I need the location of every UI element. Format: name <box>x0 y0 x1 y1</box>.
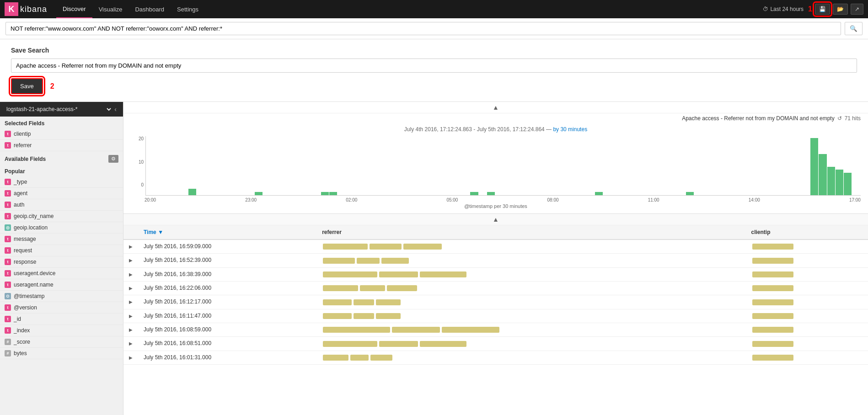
bar-84 <box>844 173 852 195</box>
available-fields-title: Available Fields <box>5 156 46 162</box>
nav-settings[interactable]: Settings <box>171 0 205 18</box>
expand-row-button[interactable]: ▶ <box>129 314 133 319</box>
search-input[interactable] <box>5 22 841 35</box>
field-request[interactable]: t request <box>0 245 123 256</box>
field-bytes[interactable]: # bytes <box>0 348 123 359</box>
expand-row-button[interactable]: ▶ <box>129 327 133 332</box>
clientip-cell: x <box>746 295 868 309</box>
expand-row-button[interactable]: ▶ <box>129 286 133 291</box>
main-layout: logstash-21-apache-access-* ‹ Selected F… <box>0 102 868 415</box>
save-name-input[interactable] <box>11 59 857 73</box>
load-search-button[interactable]: 📂 <box>833 4 848 15</box>
field-geoip-city[interactable]: t geoip.city_name <box>0 211 123 222</box>
referrer-cell: xxx <box>316 281 745 295</box>
y-label-20: 20 <box>139 136 144 141</box>
chart-title-bar: Apache access - Referrer not from my DOM… <box>123 113 868 122</box>
field-useragent-device[interactable]: t useragent.device <box>0 268 123 279</box>
field-auth[interactable]: t auth <box>0 199 123 211</box>
expand-row-button[interactable]: ▶ <box>129 299 133 304</box>
col-referrer[interactable]: referrer <box>316 225 745 239</box>
clientip-cell: x <box>746 337 868 351</box>
field-type[interactable]: t _type <box>0 176 123 188</box>
clientip-cell: x <box>746 239 868 254</box>
refresh-icon: ↺ <box>837 115 842 122</box>
save-search-title: Save Search <box>11 47 857 54</box>
expand-row-button[interactable]: ▶ <box>129 355 133 360</box>
bar-82 <box>827 167 835 196</box>
field-name-response: response <box>14 259 36 265</box>
field-icon-useragent-name: t <box>5 282 11 288</box>
hits-count: 71 hits <box>845 115 861 122</box>
field-message[interactable]: t message <box>0 234 123 245</box>
bar-39 <box>470 192 478 195</box>
field-name-bytes: bytes <box>14 350 27 356</box>
bar-21 <box>321 192 329 195</box>
popular-fields-title: Popular <box>0 165 123 176</box>
nav-dashboard[interactable]: Dashboard <box>129 0 171 18</box>
selected-field-clientip[interactable]: t clientip <box>0 128 123 140</box>
available-fields-header: Available Fields ⚙ <box>0 151 123 165</box>
content-area: ▲ Apache access - Referrer not from my D… <box>123 102 868 415</box>
field-icon-type: t <box>5 179 11 185</box>
expand-row-button[interactable]: ▶ <box>129 341 133 346</box>
table-row: ▶July 5th 2016, 16:38:39.000xxxx <box>123 267 868 281</box>
field-version[interactable]: t @version <box>0 302 123 314</box>
by-minutes-link[interactable]: by 30 minutes <box>553 126 587 133</box>
kibana-wordmark: kibana <box>20 5 47 14</box>
share-button[interactable]: ↗ <box>851 4 863 15</box>
bar-41 <box>487 192 495 195</box>
field-score[interactable]: # _score <box>0 336 123 348</box>
y-label-10: 10 <box>139 160 144 165</box>
results-table: Time ▼ referrer clientip ▶July 5th 2016,… <box>123 225 868 365</box>
save-search-nav-button[interactable]: 💾 <box>815 4 830 15</box>
time-cell: July 5th 2016, 16:11:47.000 <box>138 309 316 323</box>
search-button[interactable]: 🔍 <box>845 22 863 35</box>
referrer-cell: xxx <box>316 254 745 267</box>
table-row: ▶July 5th 2016, 16:08:59.000xxxx <box>123 323 868 336</box>
field-name-useragent-device: useragent.device <box>14 270 55 277</box>
collapse-chart-button[interactable]: ▲ <box>493 104 499 111</box>
nav-discover[interactable]: Discover <box>56 0 92 18</box>
gear-button[interactable]: ⚙ <box>108 155 118 163</box>
expand-row-button[interactable]: ▶ <box>129 258 133 263</box>
x-label-5: 11:00 <box>648 197 659 202</box>
annotation-2: 2 <box>50 82 54 90</box>
collapse-results-button[interactable]: ▲ <box>493 216 499 223</box>
field-useragent-name[interactable]: t useragent.name <box>0 279 123 291</box>
index-pattern-select[interactable]: logstash-21-apache-access-* <box>5 106 113 113</box>
expand-row-button[interactable]: ▶ <box>129 244 133 249</box>
results-area: Time ▼ referrer clientip ▶July 5th 2016,… <box>123 225 868 415</box>
expand-row-button[interactable]: ▶ <box>129 272 133 277</box>
x-label-3: 05:00 <box>446 197 458 202</box>
field-agent[interactable]: t agent <box>0 188 123 199</box>
table-row: ▶July 5th 2016, 16:11:47.000xxxx <box>123 309 868 323</box>
table-row: ▶July 5th 2016, 16:59:09.000xxxx <box>123 239 868 254</box>
selected-field-referrer[interactable]: t referrer <box>0 140 123 151</box>
field-icon-timestamp: ⊙ <box>5 293 11 299</box>
sidebar-header: logstash-21-apache-access-* ‹ <box>0 102 123 117</box>
bar-83 <box>836 170 843 195</box>
field-icon-message: t <box>5 236 11 242</box>
sidebar-collapse-button[interactable]: ‹ <box>113 106 118 113</box>
col-clientip[interactable]: clientip <box>746 225 868 239</box>
x-label-6: 14:00 <box>749 197 760 202</box>
clock-icon: ⏱ <box>763 6 768 12</box>
bars-container <box>145 136 861 196</box>
field-response[interactable]: t response <box>0 256 123 268</box>
col-time[interactable]: Time ▼ <box>138 225 316 239</box>
clientip-cell: x <box>746 267 868 281</box>
field-icon-bytes: # <box>5 350 11 356</box>
field-id[interactable]: t _id <box>0 314 123 325</box>
save-button[interactable]: Save <box>11 78 43 94</box>
referrer-cell: xxx <box>316 351 745 364</box>
field-timestamp[interactable]: ⊙ @timestamp <box>0 291 123 302</box>
x-label-2: 02:00 <box>346 197 357 202</box>
time-icon: ⏱ Last 24 hours <box>763 6 804 12</box>
field-geoip-location[interactable]: ◎ geoip.location <box>0 222 123 234</box>
field-index[interactable]: t _index <box>0 325 123 336</box>
search-bar: 🔍 <box>0 18 868 39</box>
nav-visualize[interactable]: Visualize <box>92 0 129 18</box>
chart-title: Apache access - Referrer not from my DOM… <box>682 115 834 122</box>
bar-5 <box>188 189 196 195</box>
save-btn-wrapper: Save 2 <box>11 78 857 94</box>
